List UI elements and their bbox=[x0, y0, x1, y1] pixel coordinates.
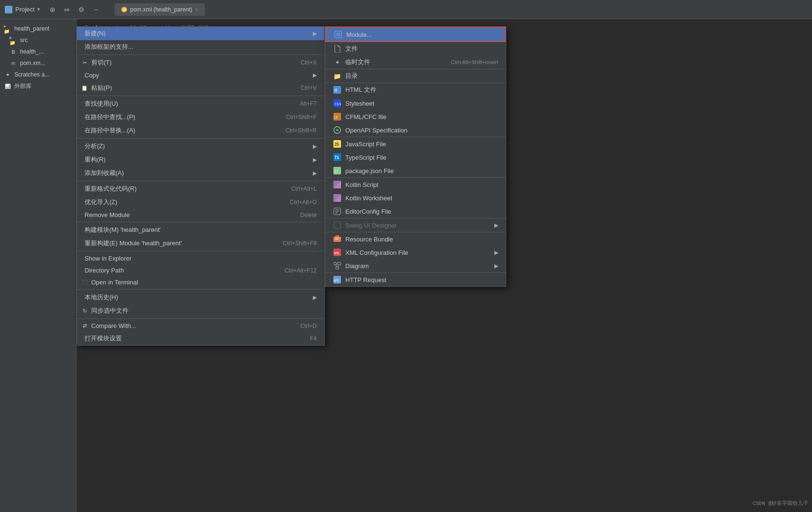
sm-item-label: Kotlin Script bbox=[345, 181, 378, 188]
module-icon bbox=[334, 30, 342, 39]
cm-item-label: 添加框架的支持... bbox=[85, 43, 133, 51]
cm-item-directory-path[interactable]: Directory Path Ctrl+Alt+F12 bbox=[77, 264, 324, 276]
cm-item-paste[interactable]: 📋 粘贴(P) Ctrl+V bbox=[77, 81, 324, 95]
sm-item-label: 目录 bbox=[345, 72, 358, 80]
cm-item-label: 重构(R) bbox=[85, 155, 106, 164]
css-icon: css bbox=[333, 99, 342, 108]
sm-item-scratch[interactable]: ✦ 临时文件 Ctrl+Alt+Shift+Insert bbox=[325, 55, 506, 69]
cm-item-reformat[interactable]: 重新格式化代码(R) Ctrl+Alt+L bbox=[77, 182, 324, 196]
resource-bundle-icon bbox=[333, 235, 342, 243]
cm-item-replace-in-path[interactable]: 在路径中替换...(A) Ctrl+Shift+R bbox=[77, 124, 324, 137]
svg-text:TS: TS bbox=[334, 156, 339, 160]
svg-text:css: css bbox=[334, 102, 341, 106]
cm-item-label: 查找使用(U) bbox=[85, 99, 118, 108]
cm-item-label: Copy bbox=[85, 72, 99, 79]
shortcut-label: Ctrl+Alt+F12 bbox=[285, 267, 317, 274]
svg-rect-32 bbox=[336, 267, 339, 269]
sm-item-cfml[interactable]: CF CFML/CFC file bbox=[325, 110, 506, 123]
sm-item-ts[interactable]: TS TypeScript File bbox=[325, 151, 506, 164]
separator bbox=[77, 138, 324, 139]
cm-item-label: 构建模块(M) 'health_parent' bbox=[85, 226, 161, 234]
arrow-icon: ▶ bbox=[494, 263, 498, 269]
cm-item-label: 新建(N) bbox=[85, 29, 106, 38]
ts-icon: TS bbox=[333, 153, 342, 162]
separator bbox=[77, 96, 324, 96]
cm-item-remove-module[interactable]: Remove Module Delete bbox=[77, 209, 324, 221]
sm-item-xml-config[interactable]: XML XML Configuration File ▶ bbox=[325, 246, 506, 259]
xml-config-icon: XML bbox=[333, 248, 342, 257]
svg-text:API: API bbox=[333, 279, 339, 283]
shortcut-label: Alt+F7 bbox=[300, 100, 317, 107]
sm-item-pkg[interactable]: {} package.json File bbox=[325, 164, 506, 177]
separator bbox=[77, 222, 324, 222]
cm-item-add-framework[interactable]: 添加框架的支持... bbox=[77, 40, 324, 54]
cm-item-module-settings[interactable]: 打开模块设置 F4 bbox=[77, 332, 324, 345]
sm-item-dir[interactable]: 📁 目录 bbox=[325, 69, 506, 83]
sm-item-resource-bundle[interactable]: Resource Bundle bbox=[325, 232, 506, 246]
arrow-icon: ▶ bbox=[494, 222, 498, 229]
cm-item-find-in-path[interactable]: 在路径中查找...(P) Ctrl+Shift+F bbox=[77, 110, 324, 124]
arrow-icon: ▶ bbox=[313, 157, 317, 163]
cm-item-find-usages[interactable]: 查找使用(U) Alt+F7 bbox=[77, 97, 324, 110]
sm-item-label: Diagram bbox=[345, 262, 369, 270]
compare-icon: ⇄ bbox=[81, 322, 88, 330]
arrow-icon: ▶ bbox=[313, 294, 317, 301]
cm-item-copy[interactable]: Copy ▶ bbox=[77, 69, 324, 81]
cm-item-new[interactable]: 新建(N) ▶ bbox=[77, 27, 324, 40]
cm-item-show-in-explorer[interactable]: Show in Explorer bbox=[77, 252, 324, 264]
sm-item-file[interactable]: 文件 bbox=[325, 42, 506, 55]
swing-icon bbox=[333, 221, 342, 229]
sm-item-module[interactable]: Module... bbox=[325, 27, 506, 42]
cm-item-local-history[interactable]: 本地历史(H) ▶ bbox=[77, 291, 324, 304]
cm-item-sync[interactable]: ↻ 同步选中文件 bbox=[77, 304, 324, 317]
sm-item-label: HTML 文件 bbox=[345, 86, 376, 94]
svg-text:H: H bbox=[334, 88, 337, 93]
sm-item-label: Kotlin Worksheet bbox=[345, 195, 392, 202]
shortcut-label: Ctrl+D bbox=[300, 323, 317, 329]
sm-item-label: 临时文件 bbox=[345, 58, 370, 66]
sm-item-kotlin-script[interactable]: Kotlin Script bbox=[325, 177, 506, 191]
cm-item-label: 优化导入(Z) bbox=[85, 198, 118, 207]
sm-item-label: Module... bbox=[346, 31, 372, 38]
sm-item-stylesheet[interactable]: css Stylesheet bbox=[325, 97, 506, 110]
html-icon: H bbox=[333, 86, 342, 94]
sm-item-html[interactable]: H HTML 文件 bbox=[325, 83, 506, 97]
cm-item-label: 同步选中文件 bbox=[91, 306, 128, 315]
dir-icon: 📁 bbox=[333, 72, 342, 80]
cm-item-refactor[interactable]: 重构(R) ▶ bbox=[77, 153, 324, 166]
cm-item-rebuild-module[interactable]: 重新构建(E) Module 'health_parent' Ctrl+Shif… bbox=[77, 237, 324, 250]
sm-item-editorconfig[interactable]: EditorConfig File bbox=[325, 205, 506, 218]
cm-item-optimize-imports[interactable]: 优化导入(Z) Ctrl+Alt+O bbox=[77, 196, 324, 209]
sm-item-label: XML Configuration File bbox=[345, 249, 408, 256]
sync-icon: ↻ bbox=[81, 307, 88, 315]
temp-icon: ✦ bbox=[333, 58, 342, 66]
cm-item-analyze[interactable]: 分析(Z) ▶ bbox=[77, 140, 324, 153]
sm-item-swing: Swing UI Designer ▶ bbox=[325, 218, 506, 232]
sm-item-js[interactable]: JS JavaScript File bbox=[325, 137, 506, 151]
cm-item-label: Compare With... bbox=[91, 322, 136, 329]
sm-item-kotlin-worksheet[interactable]: Kotlin Worksheet bbox=[325, 191, 506, 205]
kotlin-worksheet-icon bbox=[333, 194, 342, 202]
sm-item-http[interactable]: API HTTP Request bbox=[325, 272, 506, 286]
sm-item-label: Resource Bundle bbox=[345, 236, 393, 243]
cm-item-cut[interactable]: ✂ 剪切(T) Ctrl+X bbox=[77, 56, 324, 69]
sm-item-label: OpenAPI Specification bbox=[345, 127, 407, 134]
shortcut-label: Ctrl+X bbox=[300, 59, 317, 66]
file-icon bbox=[333, 44, 342, 53]
cm-item-build-module[interactable]: 构建模块(M) 'health_parent' bbox=[77, 223, 324, 237]
separator bbox=[77, 54, 324, 55]
cm-item-add-to-favorites[interactable]: 添加到收藏(A) ▶ bbox=[77, 166, 324, 180]
shortcut-label: Ctrl+Alt+Shift+Insert bbox=[451, 59, 498, 65]
sm-item-label: HTTP Request bbox=[345, 276, 386, 283]
shortcut-label: F4 bbox=[310, 335, 317, 342]
submenu-new: Module... 文件 ✦ 临时文件 Ctrl+Alt+Shift+Inser… bbox=[325, 26, 506, 287]
shortcut-label: Ctrl+Shift+F bbox=[286, 114, 317, 120]
pkg-icon: {} bbox=[333, 166, 342, 175]
cm-item-open-terminal[interactable]: ⬛ Open in Terminal bbox=[77, 276, 324, 288]
cm-item-label: Show in Explorer bbox=[85, 255, 131, 262]
sm-item-diagram[interactable]: Diagram ▶ bbox=[325, 259, 506, 272]
sm-item-openapi[interactable]: OpenAPI Specification bbox=[325, 123, 506, 137]
cm-item-label: 在路径中替换...(A) bbox=[85, 126, 135, 135]
cm-item-compare-with[interactable]: ⇄ Compare With... Ctrl+D bbox=[77, 320, 324, 332]
sm-item-label: 文件 bbox=[345, 44, 358, 53]
